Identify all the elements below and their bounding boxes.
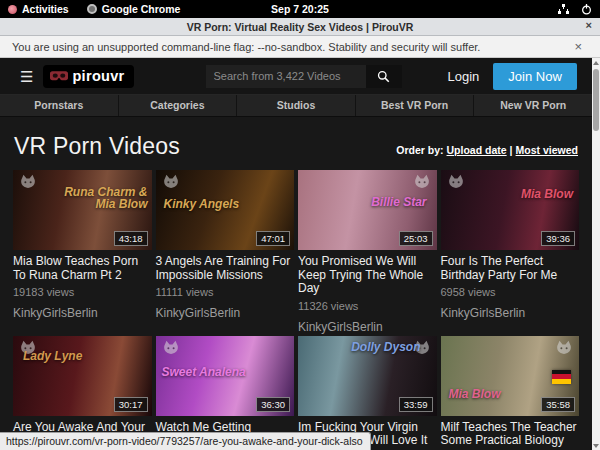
duration-badge: 33:59	[399, 397, 433, 412]
video-views: 11111 views	[156, 286, 295, 299]
video-card: Runa Charm & Mia Blow 43:18 Mia Blow Tea…	[13, 170, 152, 334]
studio-watermark-icon	[413, 174, 431, 193]
thumb-overlay-title: Lady Lyne	[23, 350, 82, 362]
video-title[interactable]: 3 Angels Are Training For Impossible Mis…	[156, 255, 295, 282]
page-header: VR Porn Videos Order by: Upload date|Mos…	[0, 117, 592, 160]
menu-item-pornstars[interactable]: Pornstars	[0, 95, 118, 116]
video-thumb[interactable]: Mia Blow 35:58	[441, 336, 580, 416]
order-separator: |	[507, 144, 516, 156]
search-input[interactable]	[206, 65, 366, 88]
studio-watermark-icon	[19, 174, 37, 193]
warning-close-icon[interactable]: ×	[574, 39, 588, 54]
main-menu: Pornstars Categories Studios Best VR Por…	[0, 94, 592, 117]
sandbox-warning-bar: You are using an unsupported command-lin…	[0, 36, 600, 58]
order-by: Order by: Upload date|Most viewed	[396, 144, 578, 160]
video-thumb[interactable]: Lady Lyne 30:17	[13, 336, 152, 416]
video-views: 19183 views	[13, 286, 152, 299]
menu-item-studios[interactable]: Studios	[236, 95, 355, 116]
duration-badge: 36:30	[256, 397, 290, 412]
order-most-viewed-link[interactable]: Most viewed	[516, 144, 578, 156]
search-icon	[377, 70, 390, 83]
duration-badge: 47:01	[256, 231, 290, 246]
duration-badge: 30:17	[114, 397, 148, 412]
studio-watermark-icon	[447, 174, 465, 193]
scrollbar-thumb[interactable]	[593, 69, 599, 131]
page-title: VR Porn Videos	[14, 133, 180, 160]
screen: Activities Google Chrome Sep 7 20:25 VR …	[0, 0, 600, 450]
video-grid: Runa Charm & Mia Blow 43:18 Mia Blow Tea…	[0, 160, 592, 450]
thumb-overlay-title: Sweet Analena	[162, 366, 246, 378]
video-title[interactable]: Mia Blow Teaches Porn To Runa Charm Pt 2	[13, 255, 152, 282]
window-close-icon[interactable]: ×	[586, 19, 592, 31]
login-link[interactable]: Login	[448, 69, 480, 84]
video-thumb[interactable]: Billie Star 25:03	[298, 170, 437, 250]
video-card: Mia Blow 35:58 Milf Teaches The Teacher …	[441, 336, 580, 450]
studio-link[interactable]: KinkyGirlsBerlin	[13, 306, 152, 320]
window-title-bar: VR Porn: Virtual Reality Sex Videos | Pi…	[0, 18, 600, 36]
system-top-bar: Activities Google Chrome Sep 7 20:25	[0, 0, 600, 18]
join-now-button[interactable]: Join Now	[493, 63, 576, 90]
studio-watermark-icon	[555, 340, 573, 359]
studio-watermark-icon	[162, 174, 180, 193]
video-thumb[interactable]: Sweet Analena 36:30	[156, 336, 295, 416]
search-button[interactable]	[366, 65, 402, 88]
network-icon[interactable]	[558, 4, 569, 15]
app-name-label: Google Chrome	[102, 3, 181, 15]
video-card: Billie Star 25:03 You Promised We Will K…	[298, 170, 437, 334]
video-thumb[interactable]: Mia Blow 39:36	[441, 170, 580, 250]
video-views: 11326 views	[298, 300, 437, 313]
studio-link[interactable]: KinkyGirlsBerlin	[298, 320, 437, 334]
scrollbar[interactable]	[592, 58, 600, 450]
duration-badge: 43:18	[114, 231, 148, 246]
menu-item-new-vr-porn[interactable]: New VR Porn	[473, 95, 592, 116]
video-views: 6958 views	[441, 286, 580, 299]
thumb-overlay-title: Billie Star	[371, 196, 426, 208]
thumb-overlay-title: Mia Blow	[449, 388, 501, 400]
germany-flag-icon	[552, 370, 571, 384]
video-title[interactable]: Milf Teaches The Teacher Some Practical …	[441, 421, 580, 448]
studio-link[interactable]: KinkyGirlsBerlin	[441, 306, 580, 320]
duration-badge: 35:58	[541, 397, 575, 412]
duration-badge: 25:03	[399, 231, 433, 246]
app-indicator[interactable]: Google Chrome	[87, 3, 181, 15]
studio-watermark-icon	[162, 340, 180, 359]
site-navbar: ☰ pirouvr Login Join Now	[0, 58, 592, 94]
activities-icon	[8, 5, 17, 14]
hamburger-menu-icon[interactable]: ☰	[20, 69, 33, 84]
menu-item-categories[interactable]: Categories	[118, 95, 237, 116]
video-thumb[interactable]: Dolly Dyson 33:59	[298, 336, 437, 416]
window-title: VR Porn: Virtual Reality Sex Videos | Pi…	[187, 21, 414, 33]
logo-text: pirouvr	[72, 68, 124, 84]
video-thumb[interactable]: Runa Charm & Mia Blow 43:18	[13, 170, 152, 250]
order-by-label: Order by:	[396, 144, 443, 156]
search-bar	[206, 65, 402, 88]
site-logo[interactable]: pirouvr	[43, 65, 133, 88]
chrome-icon	[87, 4, 97, 14]
thumb-overlay-title: Mia Blow	[521, 188, 573, 200]
sandbox-warning-text: You are using an unsupported command-lin…	[12, 41, 480, 53]
video-card: Kinky Angels 47:01 3 Angels Are Training…	[156, 170, 295, 334]
thumb-overlay-title: Runa Charm & Mia Blow	[51, 186, 148, 210]
browser-viewport: ☰ pirouvr Login Join Now Pornstars Categ…	[0, 58, 600, 450]
duration-badge: 39:36	[541, 231, 575, 246]
scroll-down-icon[interactable]	[592, 441, 600, 450]
power-icon[interactable]	[581, 4, 592, 15]
menu-item-best-vr-porn[interactable]: Best VR Porn	[355, 95, 474, 116]
vr-goggles-icon	[50, 70, 68, 82]
activities-label: Activities	[22, 3, 69, 15]
video-title[interactable]: Four Is The Perfect Birthday Party For M…	[441, 255, 580, 282]
status-url-tooltip: https://pirouvr.com/vr-porn-video/779325…	[0, 432, 371, 450]
order-upload-date-link[interactable]: Upload date	[447, 144, 507, 156]
thumb-overlay-title: Dolly Dyson	[351, 341, 420, 353]
video-title[interactable]: You Promised We Will Keep Trying The Who…	[298, 255, 437, 296]
studio-link[interactable]: KinkyGirlsBerlin	[156, 306, 295, 320]
scroll-up-icon[interactable]	[592, 58, 600, 67]
video-thumb[interactable]: Kinky Angels 47:01	[156, 170, 295, 250]
thumb-overlay-title: Kinky Angels	[164, 198, 240, 210]
video-card: Mia Blow 39:36 Four Is The Perfect Birth…	[441, 170, 580, 334]
activities-button[interactable]: Activities	[8, 3, 69, 15]
